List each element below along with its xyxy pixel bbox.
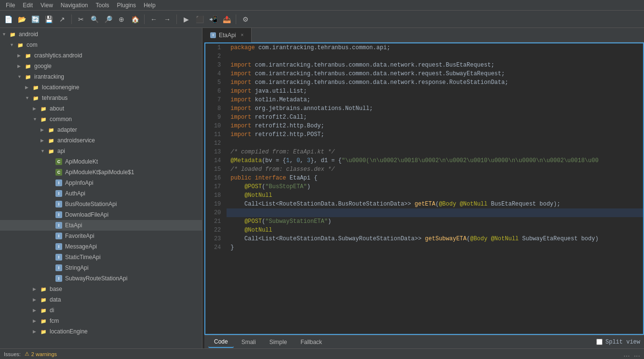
- toolbar-new-btn[interactable]: 📄: [2, 13, 14, 26]
- line-content[interactable]: Call<List<RouteStationData.SubwayRouteSt…: [227, 235, 643, 243]
- line-content[interactable]: /* compiled from: EtaApi.kt */: [227, 148, 643, 156]
- line-content[interactable]: @NotNull: [227, 191, 643, 200]
- tree-item-label: fcm: [50, 318, 59, 324]
- tree-item-about[interactable]: ▶📁about: [0, 103, 202, 114]
- toolbar-find2-btn[interactable]: 🔎: [102, 13, 114, 26]
- toolbar-settings-btn[interactable]: ⚙: [239, 13, 252, 26]
- line-number: 13: [205, 148, 227, 156]
- tree-item-label: MessageApi: [65, 243, 97, 250]
- toolbar-share-btn[interactable]: ↗: [56, 13, 68, 26]
- toolbar-cut-btn[interactable]: ✂: [75, 13, 87, 26]
- toolbar-export-btn[interactable]: 📤: [220, 13, 233, 26]
- tree-item-base[interactable]: ▶📁base: [0, 284, 202, 294]
- line-content[interactable]: @Metadata(bv = {1, 0, 3}, d1 = {"\u0000(…: [227, 156, 643, 165]
- tree-arrow: ▼: [33, 117, 40, 122]
- tree-item-label: api: [57, 148, 65, 154]
- tree-item-common[interactable]: ▼📁common: [0, 114, 202, 124]
- tree-item-etaapi[interactable]: IEtaApi: [0, 220, 202, 231]
- editor-tab-etaapi[interactable]: I EtaApi ×: [204, 28, 252, 42]
- line-content[interactable]: package com.irantracking.tehranbus.commo…: [227, 43, 643, 52]
- tree-item-subwayroutestationapi[interactable]: ISubwayRouteStationApi: [0, 273, 202, 284]
- bottom-ellipsis-left[interactable]: ...: [623, 350, 630, 359]
- tab-close-btn[interactable]: ×: [239, 32, 245, 39]
- toolbar-sync-btn[interactable]: 🔄: [29, 13, 41, 26]
- line-content[interactable]: [227, 52, 643, 61]
- tree-item-appinfoapi[interactable]: IAppInfoApi: [0, 178, 202, 188]
- tree-item-api[interactable]: ▼📁api: [0, 146, 202, 156]
- line-content[interactable]: import retrofit2.Call;: [227, 113, 643, 122]
- tree-item-apimodulekt-apimodule-1[interactable]: CApiModuleKt$apiModule$1: [0, 167, 202, 178]
- folder-icon: 📁: [47, 147, 55, 155]
- menu-tools[interactable]: Tools: [92, 1, 113, 10]
- tree-item-crashlytics-android[interactable]: ▶📁crashlytics.android: [0, 50, 202, 61]
- line-content[interactable]: import com.irantracking.tehranbus.common…: [227, 78, 643, 87]
- bottom-tab-code[interactable]: Code: [208, 336, 234, 348]
- menu-plugins[interactable]: Plugins: [113, 1, 140, 10]
- tree-item-label: irantracking: [34, 73, 64, 80]
- toolbar-home-btn[interactable]: 🏠: [129, 13, 141, 26]
- tree-item-apimodulekt[interactable]: CApiModuleKt: [0, 156, 202, 167]
- line-content[interactable]: import retrofit2.http.Body;: [227, 122, 643, 130]
- tree-item-androidservice[interactable]: ▶📁androidservice: [0, 135, 202, 146]
- line-content[interactable]: @POST("SubwayStationETA"): [227, 217, 643, 226]
- tree-item-google[interactable]: ▶📁google: [0, 61, 202, 71]
- toolbar-back-btn[interactable]: ←: [148, 13, 160, 26]
- toolbar-find3-btn[interactable]: ⊕: [115, 13, 128, 26]
- folder-icon: 📁: [32, 94, 40, 102]
- line-content[interactable]: }: [227, 243, 643, 252]
- tree-item-messageapi[interactable]: IMessageApi: [0, 241, 202, 252]
- line-content[interactable]: import java.util.List;: [227, 87, 643, 96]
- line-content[interactable]: @NotNull: [227, 226, 643, 235]
- toolbar-open-btn[interactable]: 📂: [15, 13, 28, 26]
- bottom-ellipsis-right[interactable]: ...: [634, 350, 640, 359]
- line-content[interactable]: [227, 139, 643, 148]
- line-content[interactable]: import retrofit2.http.POST;: [227, 130, 643, 139]
- tree-item-statictimeapi[interactable]: IStaticTimeApi: [0, 252, 202, 262]
- code-editor[interactable]: 1package com.irantracking.tehranbus.comm…: [204, 42, 644, 335]
- tree-item-locationengine[interactable]: ▶📁locationengine: [0, 82, 202, 93]
- folder-icon: 📁: [40, 117, 46, 122]
- menu-help[interactable]: Help: [140, 1, 160, 10]
- line-content[interactable]: import com.irantracking.tehranbus.common…: [227, 61, 643, 69]
- toolbar-debug-btn[interactable]: ⬛: [193, 13, 206, 26]
- tree-item-favoriteapi[interactable]: IFavoriteApi: [0, 231, 202, 241]
- bottom-tab-fallback[interactable]: Fallback: [295, 337, 328, 347]
- line-content[interactable]: /* loaded from: classes.dex */: [227, 165, 643, 174]
- tree-item-fcm[interactable]: ▶📁fcm: [0, 316, 202, 326]
- line-number: 7: [205, 96, 227, 104]
- menu-view[interactable]: View: [37, 1, 57, 10]
- line-content[interactable]: public interface EtaApi {: [227, 174, 643, 182]
- line-content[interactable]: import org.jetbrains.annotations.NotNull…: [227, 104, 643, 113]
- bottom-tab-simple[interactable]: Simple: [264, 337, 293, 347]
- tree-item-stringapi[interactable]: IStringApi: [0, 262, 202, 273]
- tree-item-android[interactable]: ▼📁android: [0, 29, 202, 40]
- line-content[interactable]: import com.irantracking.tehranbus.common…: [227, 69, 643, 78]
- toolbar-run-btn[interactable]: ▶: [180, 13, 192, 26]
- tree-item-label: AuthApi: [65, 190, 85, 197]
- menu-file[interactable]: File: [2, 1, 19, 10]
- tree-item-downloadfileapi[interactable]: IDownloadFileApi: [0, 209, 202, 220]
- tree-item-irantracking[interactable]: ▼📁irantracking: [0, 71, 202, 82]
- line-content[interactable]: import kotlin.Metadata;: [227, 96, 643, 104]
- code-line-10: 10import retrofit2.http.Body;: [205, 122, 643, 130]
- line-content[interactable]: Call<List<RouteStationData.BusRouteStati…: [227, 200, 643, 208]
- tree-item-adapter[interactable]: ▶📁adapter: [0, 124, 202, 135]
- tree-item-authapi[interactable]: IAuthApi: [0, 188, 202, 199]
- toolbar-sep-4: [236, 14, 236, 24]
- bottom-tab-smali[interactable]: Smali: [236, 337, 262, 347]
- tree-item-locationengine[interactable]: ▶📁locationEngine: [0, 326, 202, 337]
- tree-item-com[interactable]: ▼📁com: [0, 40, 202, 50]
- line-content[interactable]: @POST("BusStopETA"): [227, 182, 643, 191]
- toolbar-install-btn[interactable]: 📲: [207, 13, 219, 26]
- tree-item-data[interactable]: ▶📁data: [0, 294, 202, 305]
- menu-edit[interactable]: Edit: [19, 1, 37, 10]
- tree-item-tehranbus[interactable]: ▼📁tehranbus: [0, 93, 202, 103]
- toolbar-forward-btn[interactable]: →: [161, 13, 174, 26]
- menu-navigation[interactable]: Navigation: [57, 1, 92, 10]
- toolbar-find-btn[interactable]: 🔍: [88, 13, 101, 26]
- toolbar-save-btn[interactable]: 💾: [42, 13, 55, 26]
- split-view-checkbox[interactable]: [596, 339, 603, 345]
- tree-item-di[interactable]: ▶📁di: [0, 305, 202, 316]
- line-content[interactable]: [227, 208, 643, 217]
- tree-item-busroutestationapi[interactable]: IBusRouteStationApi: [0, 199, 202, 209]
